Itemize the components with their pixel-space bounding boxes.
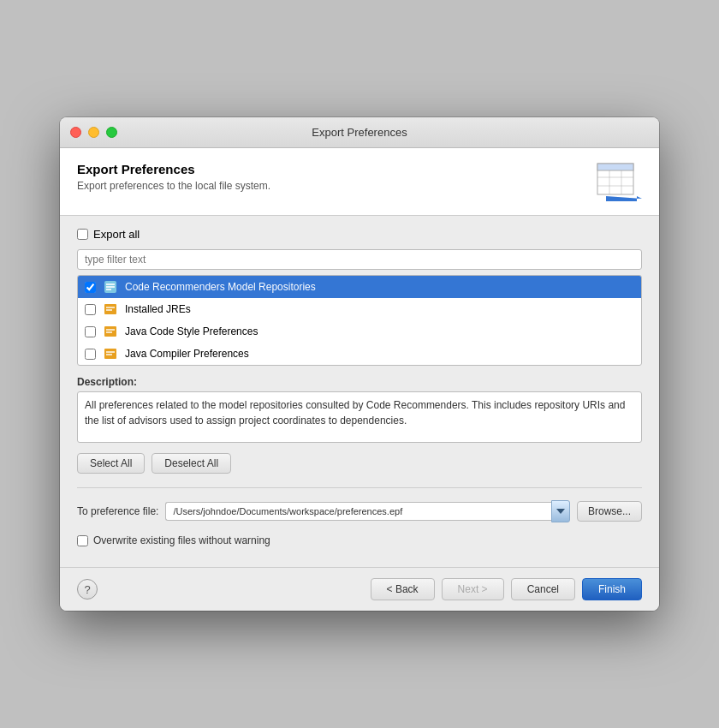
list-item[interactable]: Installed JREs xyxy=(78,298,641,320)
description-text: All preferences related to the model rep… xyxy=(77,391,642,443)
svg-rect-19 xyxy=(106,354,112,355)
list-item[interactable]: Java Code Style Preferences xyxy=(78,320,641,343)
pref-icon-java-code-style xyxy=(103,324,118,339)
pref-label-java-compiler: Java Compiler Preferences xyxy=(125,348,249,360)
footer: ? < Back Next > Cancel Finish xyxy=(60,567,659,611)
overwrite-checkbox[interactable] xyxy=(77,535,88,546)
preference-file-label: To preference file: xyxy=(77,505,158,517)
pref-checkbox-code-recommenders[interactable] xyxy=(85,282,96,293)
pref-label-code-recommenders: Code Recommenders Model Repositories xyxy=(125,281,316,293)
maximize-button[interactable] xyxy=(106,127,117,138)
svg-rect-15 xyxy=(106,329,115,331)
description-section: Description: All preferences related to … xyxy=(77,376,642,443)
svg-rect-10 xyxy=(106,289,111,290)
select-all-button[interactable]: Select All xyxy=(77,453,145,474)
pref-icon-code-recommenders xyxy=(103,279,118,295)
svg-rect-1 xyxy=(597,164,633,170)
pref-label-installed-jres: Installed JREs xyxy=(125,303,191,315)
browse-button[interactable]: Browse... xyxy=(577,501,642,522)
svg-rect-18 xyxy=(106,351,115,353)
preference-file-combo xyxy=(165,500,570,522)
filter-input[interactable] xyxy=(77,249,642,270)
preference-file-row: To preference file: Browse... xyxy=(77,500,642,522)
preference-file-input[interactable] xyxy=(165,502,551,521)
svg-rect-8 xyxy=(106,283,115,285)
svg-marker-6 xyxy=(606,196,642,201)
pref-icon-installed-jres xyxy=(103,301,118,317)
separator xyxy=(77,487,642,488)
export-preferences-window: Export Preferences Export Preferences Ex… xyxy=(60,117,659,611)
export-all-checkbox[interactable] xyxy=(77,229,88,240)
svg-rect-9 xyxy=(106,286,115,288)
list-item[interactable]: Code Recommenders Model Repositories xyxy=(78,276,641,298)
svg-rect-16 xyxy=(106,331,112,333)
svg-rect-12 xyxy=(106,307,115,308)
help-icon: ? xyxy=(84,583,90,596)
select-buttons: Select All Deselect All xyxy=(77,453,642,474)
pref-label-java-code-style: Java Code Style Preferences xyxy=(125,325,258,337)
pref-checkbox-java-compiler[interactable] xyxy=(85,349,96,360)
description-heading: Description: xyxy=(77,376,642,388)
header-text: Export Preferences Export preferences to… xyxy=(77,162,270,192)
finish-button[interactable]: Finish xyxy=(582,578,642,600)
overwrite-row: Overwrite existing files without warning xyxy=(77,534,642,546)
header-section: Export Preferences Export preferences to… xyxy=(60,148,659,216)
pref-checkbox-java-code-style[interactable] xyxy=(85,326,96,337)
spreadsheet-icon xyxy=(594,162,642,203)
export-all-row: Export all xyxy=(77,228,642,241)
titlebar: Export Preferences xyxy=(60,117,659,148)
next-button[interactable]: Next > xyxy=(442,578,504,600)
page-title: Export Preferences xyxy=(77,162,270,176)
pref-checkbox-installed-jres[interactable] xyxy=(85,304,96,315)
window-title: Export Preferences xyxy=(312,126,407,139)
page-subtitle: Export preferences to the local file sys… xyxy=(77,180,270,192)
back-button[interactable]: < Back xyxy=(371,578,435,600)
footer-buttons: < Back Next > Cancel Finish xyxy=(371,578,642,600)
preference-file-dropdown[interactable] xyxy=(551,500,570,522)
main-content: Export all Code Recommenders Model Repos… xyxy=(60,216,659,567)
export-all-label[interactable]: Export all xyxy=(93,228,140,241)
window-controls xyxy=(70,127,117,138)
list-item[interactable]: Java Compiler Preferences xyxy=(78,343,641,365)
close-button[interactable] xyxy=(70,127,81,138)
svg-rect-13 xyxy=(106,309,112,311)
preference-list: Code Recommenders Model Repositories Ins… xyxy=(77,275,642,366)
cancel-button[interactable]: Cancel xyxy=(511,578,575,600)
help-button[interactable]: ? xyxy=(77,579,98,600)
minimize-button[interactable] xyxy=(88,127,99,138)
overwrite-label[interactable]: Overwrite existing files without warning xyxy=(93,534,270,546)
deselect-all-button[interactable]: Deselect All xyxy=(152,453,231,474)
pref-icon-java-compiler xyxy=(103,346,118,361)
